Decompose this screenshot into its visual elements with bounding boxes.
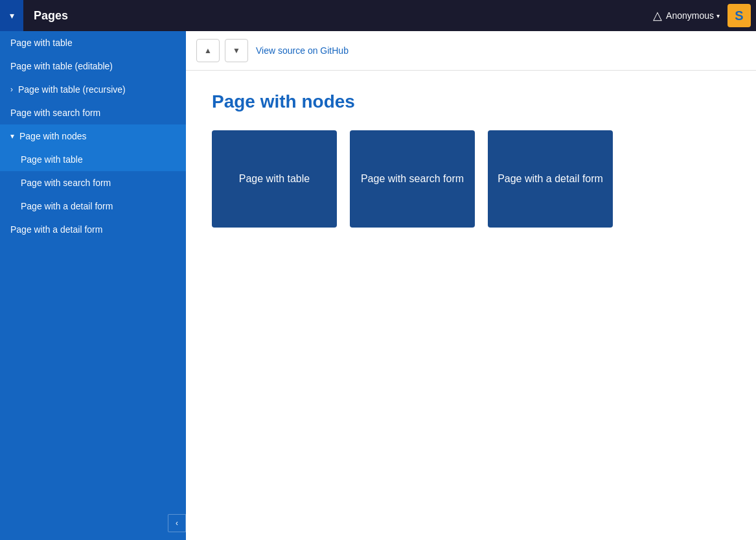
sidebar-item-sub-page-with-search-form[interactable]: Page with search form [0, 171, 186, 194]
chevron-down-icon: ▾ [10, 10, 14, 21]
sidebar-collapse-button[interactable]: ‹ [168, 514, 186, 532]
main-content: ▲ ▼ View source on GitHub Page with node… [186, 31, 756, 540]
person-icon: △ [653, 8, 662, 23]
page-content: Page with nodes Page with tablePage with… [186, 71, 756, 540]
github-link[interactable]: View source on GitHub [256, 45, 349, 56]
user-label: Anonymous [666, 10, 714, 21]
sidebar-item-page-with-detail-form[interactable]: Page with a detail form [0, 218, 186, 241]
sidebar-item-page-with-search-form[interactable]: Page with search form [0, 101, 186, 124]
sidebar-item-label: Page with search form [10, 108, 100, 118]
sidebar: Page with tablePage with table (editable… [0, 31, 186, 540]
sidebar-item-sub-page-with-table[interactable]: Page with table [0, 148, 186, 171]
card-detail-form[interactable]: Page with a detail form [488, 130, 613, 228]
user-menu[interactable]: △ Anonymous ▾ [645, 8, 727, 23]
topbar: ▾ Pages △ Anonymous ▾ S [0, 0, 756, 31]
sidebar-item-label: Page with a detail form [21, 201, 113, 211]
card-search-form[interactable]: Page with search form [350, 130, 475, 228]
layout: Page with tablePage with table (editable… [0, 31, 756, 540]
page-heading: Page with nodes [212, 91, 730, 112]
navigate-down-button[interactable]: ▼ [225, 39, 248, 62]
app-title: Pages [23, 9, 645, 23]
sidebar-item-label: Page with table (recursive) [18, 84, 126, 95]
sidebar-item-page-with-table-editable[interactable]: Page with table (editable) [0, 54, 186, 78]
nodes-grid: Page with tablePage with search formPage… [212, 130, 730, 228]
navigate-up-button[interactable]: ▲ [196, 39, 220, 62]
sidebar-item-label: Page with table [21, 154, 83, 165]
card-table[interactable]: Page with table [212, 130, 337, 228]
chevron-right-icon: › [10, 85, 13, 94]
down-icon: ▼ [233, 46, 240, 55]
app-logo: S [727, 4, 751, 27]
sidebar-item-label: Page with a detail form [10, 224, 102, 235]
node-card-label: Page with a detail form [490, 164, 611, 194]
sidebar-item-page-with-nodes[interactable]: ▾Page with nodes [0, 124, 186, 148]
sidebar-item-page-with-table-recursive[interactable]: ›Page with table (recursive) [0, 78, 186, 101]
sidebar-toggle-button[interactable]: ▾ [0, 0, 23, 31]
toolbar: ▲ ▼ View source on GitHub [186, 31, 756, 71]
chevron-down-icon: ▾ [10, 132, 14, 141]
node-card-label: Page with search form [353, 164, 472, 194]
user-chevron-icon: ▾ [716, 12, 720, 19]
up-icon: ▲ [204, 46, 212, 55]
sidebar-item-sub-page-with-detail-form[interactable]: Page with a detail form [0, 194, 186, 218]
sidebar-item-page-with-table[interactable]: Page with table [0, 31, 186, 54]
sidebar-item-label: Page with table (editable) [10, 61, 113, 71]
sidebar-item-label: Page with search form [21, 178, 111, 188]
collapse-icon: ‹ [176, 519, 178, 528]
sidebar-item-label: Page with table [10, 38, 73, 48]
sidebar-item-label: Page with nodes [19, 131, 87, 141]
node-card-label: Page with table [231, 164, 317, 194]
